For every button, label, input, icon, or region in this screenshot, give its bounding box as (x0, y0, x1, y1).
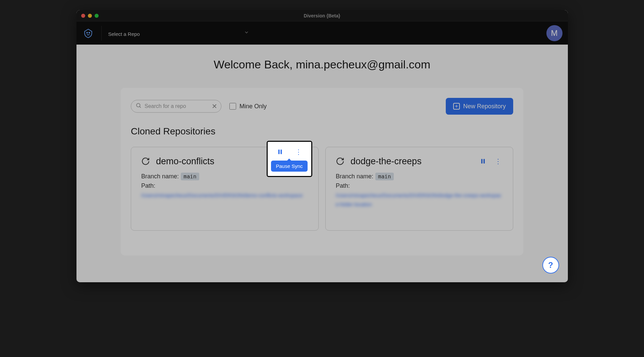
repo-card-actions: ⋮ (269, 144, 310, 157)
svg-rect-8 (278, 150, 279, 154)
sync-icon (141, 157, 150, 166)
welcome-heading: Welcome Back, mina.pecheux@gmail.com (87, 58, 558, 71)
pause-sync-button[interactable] (276, 147, 284, 157)
user-avatar[interactable]: M (546, 25, 562, 41)
topbar: Select a Repo M (76, 21, 568, 45)
branch-chip: main (181, 173, 199, 180)
repo-select-dropdown[interactable]: Select a Repo (108, 21, 249, 45)
mine-only-checkbox[interactable] (229, 103, 236, 110)
repo-card-actions: ⋮ (479, 156, 503, 167)
window-close-button[interactable] (81, 14, 85, 18)
repo-name: dodge-the-creeps (351, 156, 473, 167)
repo-menu-button[interactable]: ⋮ (294, 146, 303, 157)
svg-line-3 (140, 107, 141, 108)
path-label: Path: (141, 182, 308, 189)
new-repository-label: New Repository (463, 103, 506, 110)
svg-point-1 (89, 32, 90, 33)
search-icon (136, 103, 142, 110)
svg-rect-9 (280, 150, 282, 154)
titlebar: Diversion {Beta} (76, 10, 568, 21)
divider (101, 26, 102, 41)
repos-panel: ✕ Mine Only + New Repository Cloned Repo… (121, 88, 523, 255)
search-container: ✕ (131, 100, 221, 113)
help-button[interactable]: ? (542, 257, 559, 274)
clear-icon[interactable]: ✕ (212, 102, 217, 110)
svg-point-0 (87, 32, 88, 33)
svg-point-2 (137, 104, 140, 107)
sync-icon (336, 157, 344, 166)
mine-only-toggle[interactable]: Mine Only (229, 103, 267, 110)
pause-sync-tooltip: Pause Sync (271, 161, 307, 172)
branch-chip: main (375, 173, 394, 180)
chevron-down-icon (244, 29, 249, 37)
window-maximize-button[interactable] (95, 14, 99, 18)
search-input[interactable] (131, 100, 221, 113)
tutorial-highlight: ⋮ Pause Sync (267, 141, 312, 177)
window-minimize-button[interactable] (88, 14, 92, 18)
window-title: Diversion {Beta} (76, 13, 568, 18)
branch-label: Branch name: (336, 173, 373, 180)
panel-toolbar: ✕ Mine Only + New Repository (131, 98, 513, 115)
avatar-letter: M (551, 28, 558, 38)
repo-card[interactable]: dodge-the-creeps ⋮ Branch name: main (325, 147, 513, 231)
repo-menu-button[interactable]: ⋮ (493, 156, 503, 167)
repo-name: demo-conflicts (156, 156, 278, 167)
app-logo-icon (82, 27, 95, 40)
mine-only-label: Mine Only (239, 103, 267, 110)
svg-rect-6 (481, 159, 483, 164)
pause-sync-button[interactable] (479, 157, 487, 166)
new-repository-button[interactable]: + New Repository (446, 98, 513, 115)
branch-label: Branch name: (141, 173, 179, 180)
repo-select-label: Select a Repo (108, 29, 249, 37)
repo-cards: demo-conflicts ⋮ Branch name: (131, 147, 513, 231)
help-icon: ? (548, 260, 553, 270)
svg-rect-7 (484, 159, 485, 164)
repo-path[interactable]: /Users/minapecheux/Documents/DIVERSION/d… (336, 191, 503, 209)
app-window: Diversion {Beta} Select a Repo (76, 10, 568, 282)
window-controls (76, 14, 99, 18)
content-area: Welcome Back, mina.pecheux@gmail.com ✕ M… (76, 45, 568, 265)
repo-path[interactable]: /Users/minapecheux/Documents/DIVERSION/d… (141, 191, 308, 200)
plus-icon: + (453, 103, 460, 110)
path-label: Path: (336, 182, 503, 189)
section-title: Cloned Repositories (131, 126, 513, 137)
